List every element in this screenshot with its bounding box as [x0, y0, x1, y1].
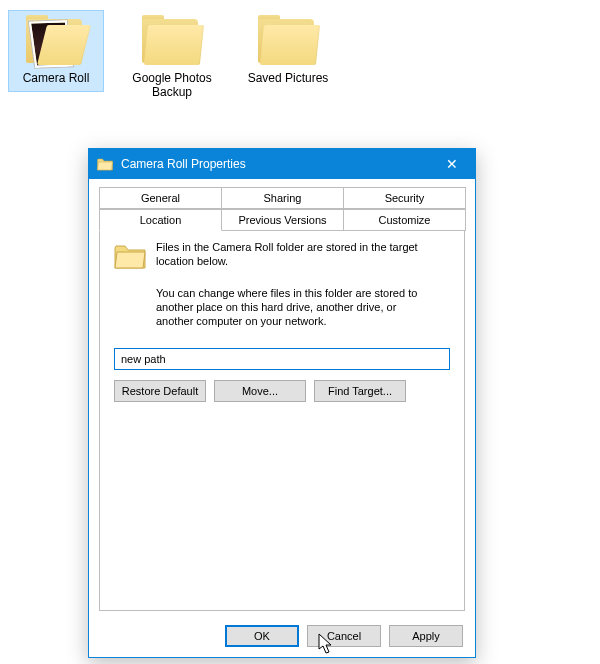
- tab-general[interactable]: General: [99, 187, 222, 209]
- ok-button[interactable]: OK: [225, 625, 299, 647]
- dialog-body: General Sharing Security Location Previo…: [89, 179, 475, 615]
- properties-dialog: Camera Roll Properties ✕ General Sharing…: [88, 148, 476, 658]
- folder-item-google-photos-backup[interactable]: Google Photos Backup: [124, 10, 220, 106]
- titlebar[interactable]: Camera Roll Properties ✕: [89, 149, 475, 179]
- tab-previous-versions[interactable]: Previous Versions: [221, 209, 344, 231]
- tab-location[interactable]: Location: [99, 209, 222, 231]
- folder-icon: [114, 242, 146, 270]
- intro-text: Files in the Camera Roll folder are stor…: [156, 240, 450, 268]
- folder-label: Saved Pictures: [248, 71, 329, 85]
- folder-icon: [97, 156, 113, 172]
- folder-icon: [140, 15, 204, 67]
- dialog-title: Camera Roll Properties: [121, 157, 246, 171]
- folder-label: Google Photos Backup: [127, 71, 217, 99]
- tabstrip: General Sharing Security Location Previo…: [99, 187, 465, 227]
- folder-icon: [256, 15, 320, 67]
- tab-customize[interactable]: Customize: [343, 209, 466, 231]
- close-icon: ✕: [446, 156, 458, 172]
- tab-sharing[interactable]: Sharing: [221, 187, 344, 209]
- apply-button[interactable]: Apply: [389, 625, 463, 647]
- tab-security[interactable]: Security: [343, 187, 466, 209]
- paragraph-text: You can change where files in this folde…: [156, 286, 426, 328]
- folder-label: Camera Roll: [23, 71, 90, 85]
- close-button[interactable]: ✕: [429, 149, 475, 179]
- explorer-area: Camera Roll Google Photos Backup Saved P…: [0, 0, 600, 140]
- move-button[interactable]: Move...: [214, 380, 306, 402]
- restore-default-button[interactable]: Restore Default: [114, 380, 206, 402]
- folder-item-camera-roll[interactable]: Camera Roll: [8, 10, 104, 92]
- folder-icon: [24, 15, 88, 67]
- location-path-input[interactable]: [114, 348, 450, 370]
- dialog-footer: OK Cancel Apply: [89, 615, 475, 657]
- find-target-button[interactable]: Find Target...: [314, 380, 406, 402]
- folder-item-saved-pictures[interactable]: Saved Pictures: [240, 10, 336, 92]
- cancel-button[interactable]: Cancel: [307, 625, 381, 647]
- tabpanel-location: Files in the Camera Roll folder are stor…: [99, 226, 465, 611]
